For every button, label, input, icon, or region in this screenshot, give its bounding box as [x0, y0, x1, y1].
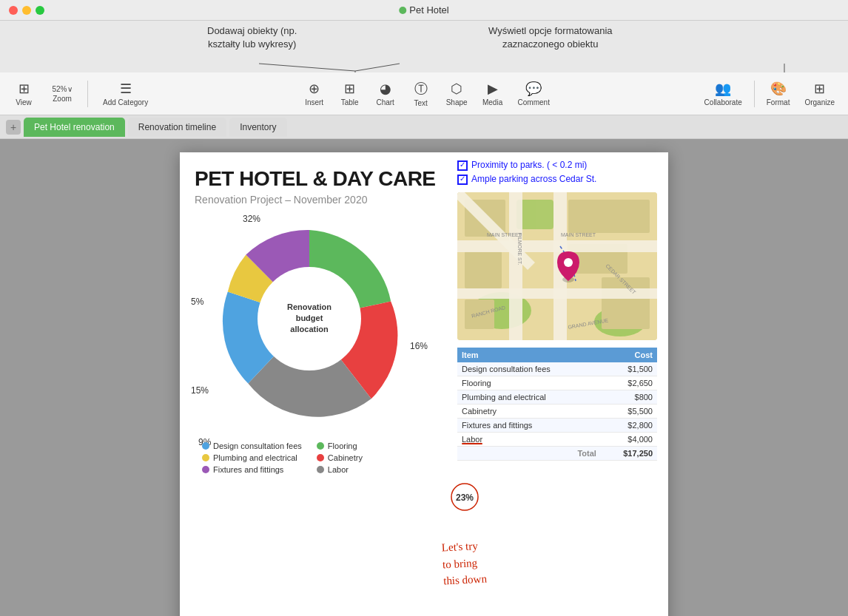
svg-rect-15 — [568, 200, 650, 233]
pct-15-label: 15% — [191, 385, 209, 396]
shape-button[interactable]: ⬡ Shape — [440, 75, 474, 112]
legend-fixtures: Fixtures and fittings — [202, 465, 302, 474]
check-item-1: Proximity to parks. ( < 0.2 mi) — [457, 160, 661, 171]
tab-bar: + Pet Hotel renovation Renovation timeli… — [0, 115, 848, 139]
legend-cabinetry-label: Cabinetry — [328, 453, 363, 462]
comment-button[interactable]: 💬 Comment — [512, 75, 556, 112]
legend-plumbing-label: Plumbing and electrical — [213, 453, 297, 462]
slide[interactable]: PET HOTEL & DAY CARE Renovation Project … — [180, 152, 668, 617]
add-category-button[interactable]: ☰ Add Category — [97, 75, 154, 112]
table-icon: ⊞ — [344, 81, 355, 97]
table-cell-labor-item: Labor — [457, 432, 601, 446]
svg-rect-17 — [465, 251, 502, 288]
traffic-lights[interactable] — [9, 6, 44, 15]
maximize-button[interactable] — [36, 6, 44, 15]
svg-text:budget: budget — [296, 314, 323, 322]
main-content: PET HOTEL & DAY CARE Renovation Project … — [0, 139, 848, 616]
text-icon: Ⓣ — [414, 80, 428, 98]
close-button[interactable] — [9, 6, 18, 15]
legend-design-dot — [202, 442, 209, 450]
table-cell-labor-cost: $4,000 — [601, 432, 657, 446]
svg-rect-20 — [509, 192, 522, 340]
format-icon: 🎨 — [770, 81, 787, 97]
table-cell-plumbing-cost: $800 — [601, 390, 657, 404]
table-cell-fixtures-item: Fixtures and fittings — [457, 418, 601, 432]
title-bar: Pet Hotel — [0, 0, 848, 21]
map-area: FILMORE ST. MAIN STREET MAIN STREET CEDA… — [457, 192, 657, 340]
add-tab-button[interactable]: + — [6, 120, 21, 135]
table-header-cost: Cost — [601, 348, 657, 362]
minimize-button[interactable] — [22, 6, 31, 15]
table-button[interactable]: ⊞ Table — [334, 75, 366, 112]
chart-button[interactable]: ◕ Chart — [369, 75, 402, 112]
circle-annotation-svg: 23% — [442, 482, 487, 512]
tab-renovation-timeline[interactable]: Renovation timeline — [128, 118, 226, 137]
checklist: Proximity to parks. ( < 0.2 mi) Ample pa… — [457, 160, 661, 185]
tab-inventory[interactable]: Inventory — [229, 118, 286, 137]
table-row-labor: Labor $4,000 — [457, 432, 657, 446]
text-button[interactable]: Ⓣ Text — [405, 75, 437, 112]
legend-cabinetry-dot — [317, 454, 324, 461]
toolbar: ⊞ View 52%∨ Zoom ☰ Add Category ⊕ Insert… — [0, 72, 848, 115]
table-cell-design-item: Design consultation fees — [457, 362, 601, 376]
table-cell-cabinetry-cost: $5,500 — [601, 404, 657, 418]
legend-fixtures-dot — [202, 466, 209, 473]
table-row-flooring: Flooring $2,650 — [457, 376, 657, 390]
table-cell-flooring-cost: $2,650 — [601, 376, 657, 390]
check-label-1: Proximity to parks. ( < 0.2 mi) — [471, 160, 587, 170]
legend-flooring: Flooring — [317, 441, 417, 450]
organize-button[interactable]: ⊞ Organize — [798, 75, 841, 112]
organize-icon: ⊞ — [814, 81, 825, 97]
svg-text:23%: 23% — [456, 493, 474, 503]
toolbar-center: ⊕ Insert ⊞ Table ◕ Chart Ⓣ Text ⬡ Shape … — [155, 75, 699, 112]
zoom-button[interactable]: 52%∨ Zoom — [46, 75, 78, 112]
comment-icon: 💬 — [525, 81, 542, 97]
insert-button[interactable]: ⊕ Insert — [298, 75, 331, 112]
right-panel: Proximity to parks. ( < 0.2 mi) Ample pa… — [457, 160, 661, 461]
svg-text:MAIN STREET: MAIN STREET — [561, 232, 596, 237]
pct-16-label: 16% — [410, 341, 428, 351]
legend-fixtures-label: Fixtures and fittings — [213, 465, 283, 474]
labor-underline — [462, 443, 482, 444]
svg-text:Renovation: Renovation — [287, 302, 332, 311]
window-title: Pet Hotel — [399, 4, 448, 16]
collaborate-icon: 👥 — [715, 81, 731, 97]
check-label-2: Ample parking across Cedar St. — [471, 174, 596, 184]
view-button[interactable]: ⊞ View — [7, 75, 40, 112]
legend-cabinetry: Cabinetry — [317, 453, 417, 462]
annotation-left: Dodawaj obiekty (np. kształty lub wykres… — [207, 24, 297, 51]
table-cell-cabinetry-item: Cabinetry — [457, 404, 601, 418]
table-cell-total-value: $17,250 — [601, 446, 657, 460]
legend-labor: Labor — [317, 465, 417, 474]
svg-text:FILMORE ST.: FILMORE ST. — [517, 233, 522, 265]
checkbox-1[interactable] — [457, 160, 468, 171]
checkbox-2[interactable] — [457, 175, 468, 185]
tab-pet-hotel-renovation[interactable]: Pet Hotel renovation — [24, 118, 125, 137]
svg-text:allocation: allocation — [290, 325, 329, 334]
pct-23-annotation: 23% — [442, 482, 487, 515]
legend-plumbing: Plumbing and electrical — [202, 453, 302, 462]
table-row-total: Total $17,250 — [457, 446, 657, 460]
svg-line-0 — [259, 64, 355, 71]
legend-labor-dot — [317, 466, 324, 473]
table-header-item: Item — [457, 348, 601, 362]
separator-1 — [87, 81, 88, 107]
map-svg: FILMORE ST. MAIN STREET MAIN STREET CEDA… — [457, 192, 657, 340]
format-button[interactable]: 🎨 Format — [761, 75, 796, 112]
annotation-arrows — [0, 21, 848, 72]
legend-design: Design consultation fees — [202, 441, 302, 450]
legend-plumbing-dot — [202, 454, 209, 461]
table-cell-plumbing-item: Plumbing and electrical — [457, 390, 601, 404]
collaborate-button[interactable]: 👥 Collaborate — [699, 75, 748, 112]
toolbar-right: 👥 Collaborate 🎨 Format ⊞ Organize — [699, 75, 841, 112]
annotation-area: Dodawaj obiekty (np. kształty lub wykres… — [0, 21, 848, 72]
separator-2 — [754, 81, 755, 107]
media-button[interactable]: ▶ Media — [477, 75, 509, 112]
chart-legend: Design consultation fees Flooring Plumbi… — [202, 441, 417, 474]
canvas-area[interactable]: PET HOTEL & DAY CARE Renovation Project … — [0, 139, 848, 616]
legend-design-label: Design consultation fees — [213, 441, 302, 450]
title-dot-icon — [399, 7, 406, 14]
legend-flooring-label: Flooring — [328, 441, 357, 450]
table-cell-design-cost: $1,500 — [601, 362, 657, 376]
table-row-fixtures: Fixtures and fittings $2,800 — [457, 418, 657, 432]
